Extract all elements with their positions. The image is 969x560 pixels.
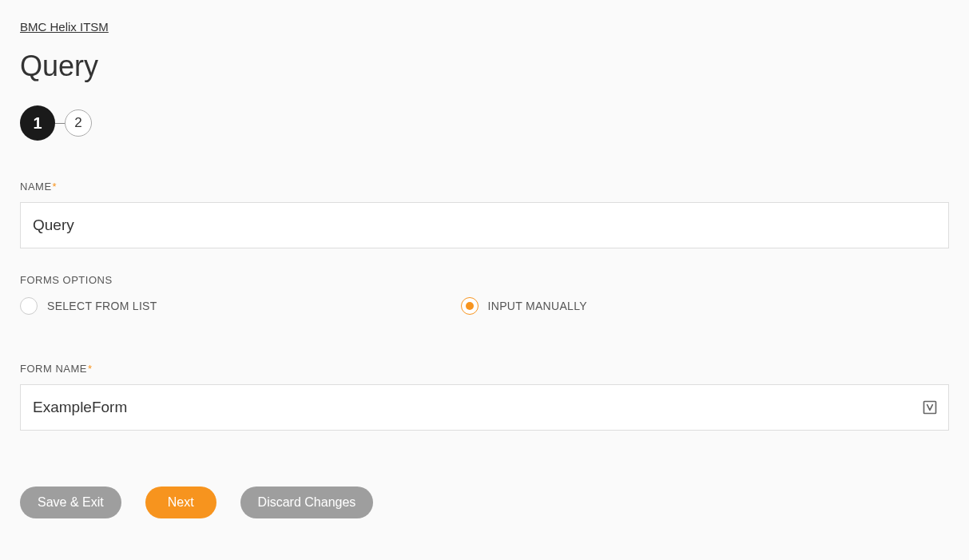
radio-circle-unselected-icon <box>20 297 38 315</box>
name-label-text: NAME <box>20 181 52 193</box>
page-title: Query <box>20 50 949 83</box>
name-field-group: NAME* <box>20 181 949 248</box>
breadcrumb-link[interactable]: BMC Helix ITSM <box>20 20 109 34</box>
radio-label-manual: INPUT MANUALLY <box>488 300 587 312</box>
discard-changes-button[interactable]: Discard Changes <box>240 487 374 518</box>
form-name-label-text: FORM NAME <box>20 363 87 375</box>
form-name-input[interactable] <box>20 384 949 431</box>
step-1[interactable]: 1 <box>20 105 55 141</box>
radio-select-from-list[interactable]: SELECT FROM LIST <box>20 297 157 315</box>
required-star-icon: * <box>53 181 58 193</box>
radio-label-select: SELECT FROM LIST <box>47 300 157 312</box>
forms-options-radio-row: SELECT FROM LIST INPUT MANUALLY <box>20 297 949 315</box>
form-name-field-group: FORM NAME* <box>20 363 949 431</box>
name-label: NAME* <box>20 181 949 193</box>
forms-options-label: FORMS OPTIONS <box>20 274 949 286</box>
radio-circle-selected-icon <box>461 297 479 315</box>
save-exit-button[interactable]: Save & Exit <box>20 487 121 518</box>
name-input[interactable] <box>20 202 949 248</box>
radio-input-manually[interactable]: INPUT MANUALLY <box>461 297 587 315</box>
step-2[interactable]: 2 <box>65 109 92 137</box>
form-name-input-wrapper <box>20 384 949 431</box>
radio-dot-icon <box>466 302 474 310</box>
forms-options-group: FORMS OPTIONS SELECT FROM LIST INPUT MAN… <box>20 274 949 315</box>
button-row: Save & Exit Next Discard Changes <box>20 487 949 518</box>
next-button[interactable]: Next <box>145 487 216 518</box>
stepper: 1 2 <box>20 105 949 141</box>
required-star-icon: * <box>88 363 93 375</box>
form-name-label: FORM NAME* <box>20 363 949 375</box>
step-connector <box>55 123 65 124</box>
